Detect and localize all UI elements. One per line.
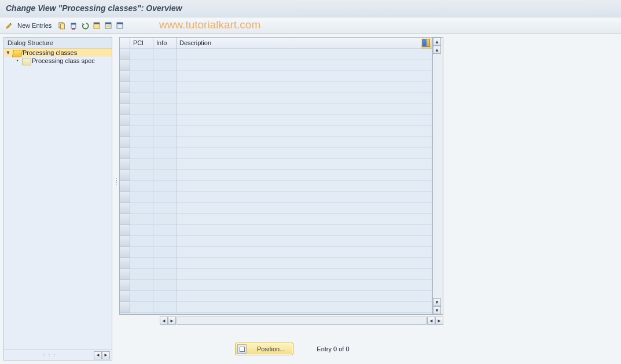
cell-pcl[interactable] [130,49,153,60]
vertical-scrollbar[interactable]: ▲ ▲ ▼ ▼ [433,37,443,315]
cell-description[interactable] [177,104,432,115]
cell-info[interactable] [153,247,177,258]
toggle-change-icon[interactable] [5,21,14,30]
table-row[interactable] [120,82,432,93]
cell-description[interactable] [177,280,432,291]
table-row[interactable] [120,280,432,291]
cell-info[interactable] [153,82,177,93]
scrollbar-track[interactable] [433,54,443,298]
cell-info[interactable] [153,203,177,214]
cell-info[interactable] [153,93,177,104]
cell-pcl[interactable] [130,181,153,192]
cell-pcl[interactable] [130,214,153,225]
cell-description[interactable] [177,170,432,181]
scroll-left-icon[interactable]: ◄ [427,317,435,325]
cell-description[interactable] [177,60,432,71]
cell-info[interactable] [153,170,177,181]
undo-icon[interactable] [80,21,90,30]
row-selector[interactable] [120,137,130,148]
row-selector[interactable] [120,49,130,60]
table-row[interactable] [120,49,432,60]
row-selector[interactable] [120,269,130,280]
delete-icon[interactable] [69,21,78,30]
table-row[interactable] [120,104,432,115]
select-block-icon[interactable] [104,21,113,30]
row-selector[interactable] [120,115,130,126]
cell-description[interactable] [177,148,432,159]
cell-pcl[interactable] [130,225,153,236]
cell-pcl[interactable] [130,170,153,181]
table-row[interactable] [120,225,432,236]
row-selector[interactable] [120,280,130,291]
cell-pcl[interactable] [130,192,153,203]
row-selector[interactable] [120,60,130,71]
row-selector[interactable] [120,203,130,214]
scroll-left-icon[interactable]: ◄ [94,351,102,359]
table-row[interactable] [120,137,432,148]
table-row[interactable] [120,115,432,126]
cell-description[interactable] [177,49,432,60]
cell-info[interactable] [153,115,177,126]
cell-description[interactable] [177,302,432,313]
cell-pcl[interactable] [130,302,153,313]
cell-description[interactable] [177,225,432,236]
cell-description[interactable] [177,93,432,104]
scroll-down-icon[interactable]: ▼ [433,306,441,314]
row-selector[interactable] [120,247,130,258]
row-selector[interactable] [120,159,130,170]
table-row[interactable] [120,126,432,137]
scroll-down-icon[interactable]: ▼ [433,298,441,306]
row-selector[interactable] [120,214,130,225]
scroll-up-icon[interactable]: ▲ [433,38,441,46]
cell-description[interactable] [177,82,432,93]
cell-description[interactable] [177,236,432,247]
table-row[interactable] [120,93,432,104]
cell-description[interactable] [177,159,432,170]
cell-pcl[interactable] [130,60,153,71]
cell-info[interactable] [153,214,177,225]
cell-info[interactable] [153,49,177,60]
table-row[interactable] [120,247,432,258]
table-row[interactable] [120,258,432,269]
cell-description[interactable] [177,291,432,302]
cell-pcl[interactable] [130,104,153,115]
cell-description[interactable] [177,181,432,192]
table-row[interactable] [120,291,432,302]
cell-description[interactable] [177,269,432,280]
column-header-info[interactable]: Info [153,38,177,49]
cell-info[interactable] [153,71,177,82]
column-header-description[interactable]: Description [177,38,421,49]
row-selector[interactable] [120,104,130,115]
table-row[interactable] [120,170,432,181]
table-row[interactable] [120,214,432,225]
cell-info[interactable] [153,137,177,148]
cell-info[interactable] [153,280,177,291]
row-selector[interactable] [120,82,130,93]
cell-pcl[interactable] [130,269,153,280]
row-selector[interactable] [120,258,130,269]
cell-description[interactable] [177,258,432,269]
row-selector-header[interactable] [120,38,130,49]
cell-pcl[interactable] [130,291,153,302]
scroll-right-icon[interactable]: ► [435,317,443,325]
select-all-icon[interactable] [92,21,101,30]
cell-pcl[interactable] [130,93,153,104]
cell-pcl[interactable] [130,82,153,93]
cell-description[interactable] [177,214,432,225]
table-row[interactable] [120,236,432,247]
cell-info[interactable] [153,269,177,280]
scroll-right-icon[interactable]: ► [102,351,110,359]
panel-resize-handle[interactable]: ⋮⋮ [114,179,119,184]
cell-info[interactable] [153,225,177,236]
cell-info[interactable] [153,302,177,313]
tree-node-processing-classes[interactable]: ▼ Processing classes [4,49,112,57]
table-row[interactable] [120,60,432,71]
table-row[interactable] [120,203,432,214]
configure-columns-button[interactable] [421,38,432,49]
cell-pcl[interactable] [130,148,153,159]
scroll-up-icon[interactable]: ▲ [433,46,441,54]
scroll-left-icon[interactable]: ◄ [160,317,168,325]
row-selector[interactable] [120,93,130,104]
row-selector[interactable] [120,236,130,247]
cell-description[interactable] [177,115,432,126]
